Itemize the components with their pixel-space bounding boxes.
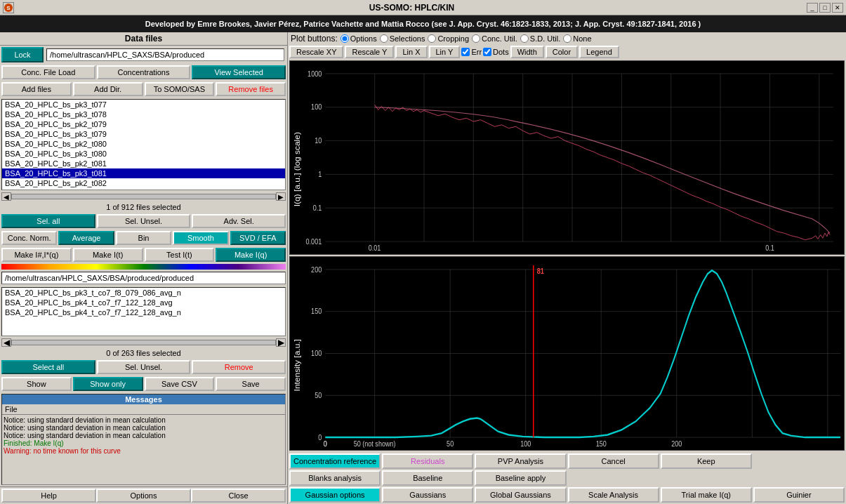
color-button[interactable]: Color — [546, 46, 578, 58]
produced-file-item[interactable]: BSA_20_HPLC_bs_pk4_t_co7_f7_122_128_avg — [2, 298, 285, 307]
file-item[interactable]: BSA_20_HPLC_bs_pk2_t080 — [2, 139, 285, 149]
file-list[interactable]: BSA_20_HPLC_bs_pk3_t077BSA_20_HPLC_bs_pk… — [1, 99, 286, 190]
conc-file-load-button[interactable]: Conc. File Load — [1, 65, 95, 79]
make-iq-button[interactable]: Make I(q) — [216, 248, 286, 262]
legend-button[interactable]: Legend — [579, 46, 619, 58]
svg-text:0.001: 0.001 — [306, 237, 322, 246]
message-item: Notice: using standard deviation in mean… — [4, 416, 284, 424]
baseline-button[interactable]: Baseline — [382, 470, 473, 486]
file-item[interactable]: BSA_20_HPLC_bs_pk2_t079 — [2, 119, 285, 129]
iq-chart[interactable]: I(q) [a.u.] (log scale) — [289, 60, 845, 255]
file-item[interactable]: BSA_20_HPLC_bs_pk2_t082 — [2, 178, 285, 188]
scroll-left-btn2[interactable]: ◀ — [1, 338, 11, 347]
select-all-button[interactable]: Select all — [1, 360, 95, 374]
add-files-button[interactable]: Add files — [1, 82, 72, 96]
produced-file-item[interactable]: BSA_20_HPLC_bs_pk3_t_co7_f8_079_086_avg_… — [2, 288, 285, 298]
gaussians-button[interactable]: Gaussians — [382, 487, 473, 503]
file-item[interactable]: BSA_20_HPLC_bs_pk3_t077 — [2, 100, 285, 110]
help-button[interactable]: Help — [1, 489, 96, 503]
minimize-button[interactable]: _ — [807, 3, 818, 13]
blanks-analysis-button[interactable]: Blanks analysis — [289, 470, 381, 486]
color-bar — [1, 264, 286, 270]
pvp-analysis-button[interactable]: PVP Analysis — [475, 453, 566, 469]
rescale-xy-button[interactable]: Rescale XY — [289, 46, 343, 58]
lin-x-button[interactable]: Lin X — [395, 46, 427, 58]
test-it-button[interactable]: Test I(t) — [145, 248, 215, 262]
dots-checkbox[interactable] — [483, 48, 491, 56]
svg-text:150: 150 — [311, 307, 322, 316]
save-button[interactable]: Save — [216, 377, 286, 391]
remove-button[interactable]: Remove — [192, 360, 286, 374]
produced-file-list[interactable]: BSA_20_HPLC_bs_pk3_t_co7_f8_079_086_avg_… — [1, 287, 286, 336]
to-somo-sas-button[interactable]: To SOMO/SAS — [145, 82, 215, 96]
plot-buttons-label: Plot buttons: — [291, 34, 338, 44]
guinier-button[interactable]: Guinier — [753, 487, 845, 503]
err-checkbox-label[interactable]: Err — [461, 46, 482, 58]
titlebar: S US-SOMO: HPLC/KIN _ □ ✕ — [0, 0, 846, 15]
svg-text:0: 0 — [324, 439, 327, 448]
file-item[interactable]: BSA_20_HPLC_bs_pk3_t081 — [2, 168, 285, 178]
scale-analysis-button[interactable]: Scale Analysis — [568, 487, 659, 503]
it-chart-svg: Intensity [a.u.] 200 — [290, 257, 844, 450]
scroll-right-btn2[interactable]: ▶ — [276, 338, 286, 347]
width-button[interactable]: Width — [510, 46, 544, 58]
svg-text:200: 200 — [671, 439, 682, 448]
file-list-scrollbar[interactable]: ◀ ▶ — [0, 192, 287, 201]
smooth-button[interactable]: Smooth — [173, 231, 228, 245]
make-it-button[interactable]: Make I(t) — [73, 248, 143, 262]
svg-text:0.1: 0.1 — [765, 244, 774, 252]
files-status: 1 of 912 files selected — [0, 201, 287, 213]
dots-checkbox-label[interactable]: Dots — [483, 46, 509, 58]
maximize-button[interactable]: □ — [819, 3, 831, 13]
make-i-button[interactable]: Make I#,I*(q) — [1, 248, 72, 262]
rescale-y-button[interactable]: Rescale Y — [345, 46, 394, 58]
lin-y-button[interactable]: Lin Y — [429, 46, 461, 58]
svg-text:100: 100 — [311, 349, 322, 357]
average-button[interactable]: Average — [58, 231, 114, 245]
remove-files-button[interactable]: Remove files — [216, 82, 286, 96]
err-checkbox[interactable] — [461, 48, 470, 56]
scroll-left-btn[interactable]: ◀ — [1, 192, 11, 201]
radio-options[interactable]: Options — [341, 34, 377, 43]
produced-file-item[interactable]: BSA_20_HPLC_bs_pk4_t_co7_f7_122_128_avg_… — [2, 307, 285, 317]
lock-button[interactable]: Lock — [1, 47, 44, 62]
concentration-reference-button[interactable]: Concentration reference — [289, 453, 381, 469]
file-item[interactable]: BSA_20_HPLC_bs_pk2_t081 — [2, 159, 285, 168]
file-item[interactable]: BSA_20_HPLC_bs_pk3_t082 — [2, 188, 285, 190]
residuals-button[interactable]: Residuals — [382, 453, 473, 469]
cancel-button[interactable]: Cancel — [568, 453, 659, 469]
conc-norm-button[interactable]: Conc. Norm. — [1, 231, 57, 245]
svg-text:Intensity [a.u.]: Intensity [a.u.] — [293, 339, 301, 391]
scroll-right-btn[interactable]: ▶ — [276, 192, 286, 201]
it-chart[interactable]: Intensity [a.u.] 200 — [289, 256, 845, 451]
view-selected-button[interactable]: View Selected — [192, 65, 286, 79]
sel-unsel2-button[interactable]: Sel. Unsel. — [97, 360, 191, 374]
svg-text:50: 50 — [315, 391, 322, 399]
sel-all-button[interactable]: Sel. all — [1, 214, 95, 228]
file-item[interactable]: BSA_20_HPLC_bs_pk3_t078 — [2, 110, 285, 119]
global-gaussians-button[interactable]: Global Gaussians — [475, 487, 566, 503]
svd-efa-button[interactable]: SVD / EFA — [230, 231, 286, 245]
show-only-button[interactable]: Show only — [73, 377, 143, 391]
svg-text:100: 100 — [311, 103, 322, 112]
sel-unsel-button[interactable]: Sel. Unsel. — [97, 214, 191, 228]
save-csv-button[interactable]: Save CSV — [145, 377, 215, 391]
gaussian-options-button[interactable]: Gaussian options — [289, 487, 381, 503]
file-item[interactable]: BSA_20_HPLC_bs_pk3_t079 — [2, 129, 285, 139]
concentrations-button[interactable]: Concentrations — [97, 65, 191, 79]
bin-button[interactable]: Bin — [116, 231, 171, 245]
show-button[interactable]: Show — [1, 377, 72, 391]
close-button[interactable]: ✕ — [832, 3, 843, 13]
baseline-apply-button[interactable]: Baseline apply — [475, 470, 566, 486]
file-item[interactable]: BSA_20_HPLC_bs_pk3_t080 — [2, 149, 285, 159]
trial-make-iq-button[interactable]: Trial make I(q) — [661, 487, 752, 503]
adv-sel-button[interactable]: Adv. Sel. — [192, 214, 286, 228]
close-bottom-button[interactable]: Close — [191, 489, 286, 503]
options-button[interactable]: Options — [96, 489, 191, 503]
svg-text:I(q) [a.u.] (log scale): I(q) [a.u.] (log scale) — [293, 132, 301, 206]
file-menu[interactable]: File — [2, 404, 285, 415]
produced-list-scrollbar[interactable]: ◀ ▶ — [0, 338, 287, 347]
message-item: Warning: no time known for this curve — [4, 447, 284, 455]
add-dir-button[interactable]: Add Dir. — [73, 82, 143, 96]
keep-button[interactable]: Keep — [661, 453, 752, 469]
